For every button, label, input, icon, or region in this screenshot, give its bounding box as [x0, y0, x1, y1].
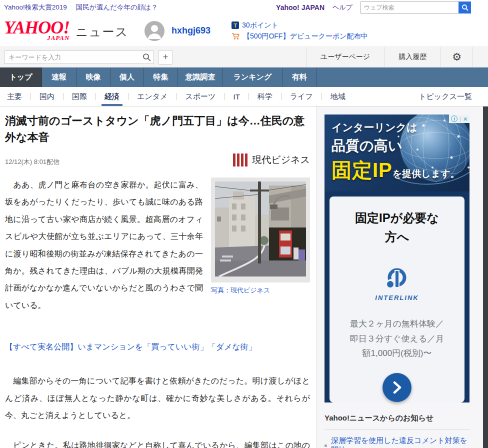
search-icon [142, 53, 151, 62]
ad-go-button[interactable] [382, 373, 412, 402]
category-world[interactable]: 国際 [71, 87, 88, 106]
news-notices: Yahoo!ニュースからのお知らせ 深層学習を使用した違反コメント対策を開始 [324, 414, 470, 448]
bullet-icon [324, 444, 327, 447]
cart-icon [232, 32, 240, 40]
ad-controls: i | × [449, 114, 470, 123]
street-photo-image [215, 182, 306, 276]
photo-caption[interactable]: 写真：現代ビジネス [211, 286, 310, 295]
promo-link-award[interactable]: Yahoo!検索大賞2019 [4, 3, 67, 12]
divider [30, 93, 31, 100]
ad-highlight: 固定IP [332, 156, 392, 184]
topics-list-link[interactable]: トピックス一覧 [418, 87, 482, 106]
promo-link-face[interactable]: 国民が選んだ今年の顔は？ [76, 3, 158, 12]
ad-desc-line3: 額1,000円(税別)〜 [362, 348, 432, 358]
chevron-right-icon [392, 381, 402, 394]
person-icon [144, 21, 164, 41]
web-search-button[interactable] [458, 2, 471, 14]
source-bars-icon [233, 154, 248, 166]
category-domestic[interactable]: 国内 [38, 87, 56, 106]
publish-date: 12/12(木) 8:01配信 [5, 158, 60, 166]
ad-card-title-line2: 方へ [385, 230, 410, 244]
divider [63, 93, 64, 100]
category-region[interactable]: 地域 [330, 87, 346, 106]
ad-close-icon[interactable]: × [463, 115, 468, 122]
help-link[interactable]: ヘルプ [332, 3, 352, 12]
notice-item[interactable]: 深層学習を使用した違反コメント対策を開始 [324, 436, 470, 448]
tab-video[interactable]: 映像 [76, 68, 110, 87]
ad-hero: インターリンクは 品質の高い 固定IP を提供します。 [324, 114, 470, 192]
keyword-search-input[interactable] [4, 50, 154, 64]
settings-gear-icon[interactable]: ⚙ [440, 47, 473, 67]
paragraph-3: ピンときた。私は路地徘徊家などと自称して喜んでいるから、編集部はこの地の大規模開… [5, 437, 310, 448]
divider [281, 93, 282, 100]
divider [322, 93, 322, 100]
category-economy[interactable]: 経済 [104, 87, 120, 106]
article-column: 消滅寸前のゴーストタウン「虎ノ門五丁目」は今…住民の意外な本音 12/12(木)… [0, 106, 316, 448]
search-icon [462, 4, 468, 11]
keyword-search-button[interactable] [142, 53, 151, 64]
divider: | [460, 116, 461, 122]
tpoint-icon: T [232, 22, 239, 29]
article-title: 消滅寸前のゴーストタウン「虎ノ門五丁目」は今…住民の意外な本音 [5, 112, 310, 146]
page: Yahoo!検索大賞2019 国民が選んだ今年の顔は？ Yahoo! JAPAN… [0, 0, 488, 448]
keyword-search-bar: + ユーザーページ 購入履歴 ⚙ [0, 46, 488, 68]
web-search-input[interactable] [360, 2, 458, 14]
notice-link[interactable]: 深層学習を使用した違反コメント対策を開始 [331, 436, 470, 448]
source-name: 現代ビジネス [252, 154, 310, 166]
category-it[interactable]: IT [232, 87, 240, 106]
category-sports[interactable]: スポーツ [184, 87, 216, 106]
sidebar: i | × [316, 106, 488, 448]
source-logo[interactable]: 現代ビジネス [233, 154, 310, 166]
tab-paid[interactable]: 有料 [282, 68, 317, 87]
yahoo-news-logo[interactable]: YAHOO! JAPAN ニュース [4, 20, 128, 42]
ad-info-icon[interactable]: i [451, 116, 458, 122]
ad-banner[interactable]: i | × [324, 114, 470, 402]
divider [96, 93, 96, 100]
interlink-logo-icon [382, 267, 412, 291]
coupon-link[interactable]: 【500円OFF】デビュークーポン配布中 [232, 32, 368, 41]
category-life[interactable]: ライフ [289, 87, 314, 106]
divider [248, 93, 249, 100]
avatar[interactable] [144, 21, 164, 41]
interlink-brand-text: INTERLINK [330, 294, 464, 302]
logo-service-text: ニュース [76, 24, 128, 40]
category-entertainment[interactable]: エンタメ [136, 87, 168, 106]
tab-feature[interactable]: 特集 [144, 68, 178, 87]
divider [176, 93, 176, 100]
ad-card-title-line1: 固定IPが必要な [355, 211, 439, 224]
paragraph-2: 編集部からその一角について記事を書けと依頼がきたのだった。明け渡しがほとんど済み… [5, 372, 310, 424]
category-nav: 主要 国内 国際 経済 エンタメ スポーツ IT 科学 ライフ 地域 トピックス… [0, 87, 488, 106]
ad-desc-line1: 最大２ヶ月の無料体験／ [350, 319, 444, 328]
tab-personal[interactable]: 個人 [110, 68, 144, 87]
related-article-link[interactable]: 【すべて実名公開】いまマンションを「買っていい街」「ダメな街」 [5, 342, 310, 352]
ad-line3: を提供します。 [392, 168, 460, 180]
tab-flash[interactable]: 速報 [42, 68, 76, 87]
ad-desc-line2: 即日３分すぐ使える／月 [350, 334, 444, 344]
article-photo[interactable] [211, 178, 310, 282]
points-label: 30ポイント [242, 21, 278, 30]
site-header: YAHOO! JAPAN ニュース hxhgj693 T 30ポイント 【500… [0, 15, 488, 46]
divider [128, 93, 128, 100]
scrollbar-thumb[interactable] [483, 106, 488, 448]
purchase-history-link[interactable]: 購入履歴 [384, 47, 440, 67]
user-page-link[interactable]: ユーザーページ [306, 47, 384, 67]
ad-line2: 品質の高い [332, 136, 470, 156]
divider [224, 93, 224, 100]
category-science[interactable]: 科学 [256, 87, 274, 106]
top-bar: Yahoo!検索大賞2019 国民が選んだ今年の顔は？ Yahoo! JAPAN… [0, 0, 488, 15]
main-nav: トップ 速報 映像 個人 特集 意識調査 ランキング 有料 [0, 68, 488, 87]
coupon-label: 【500円OFF】デビュークーポン配布中 [243, 32, 368, 41]
spacer [473, 47, 488, 67]
interlink-logo: INTERLINK [330, 267, 464, 302]
notices-heading: Yahoo!ニュースからのお知らせ [324, 414, 470, 423]
tab-top[interactable]: トップ [0, 68, 42, 87]
tab-ranking[interactable]: ランキング [223, 68, 282, 87]
article-figure: 写真：現代ビジネス [211, 178, 310, 295]
divider [324, 430, 470, 430]
yahoo-japan-link[interactable]: Yahoo! JAPAN [276, 4, 324, 12]
add-keyword-button[interactable]: + [158, 50, 173, 64]
username[interactable]: hxhgj693 [172, 26, 210, 36]
category-main[interactable]: 主要 [6, 87, 23, 106]
tab-survey[interactable]: 意識調査 [178, 68, 223, 87]
points-link[interactable]: T 30ポイント [232, 21, 368, 30]
